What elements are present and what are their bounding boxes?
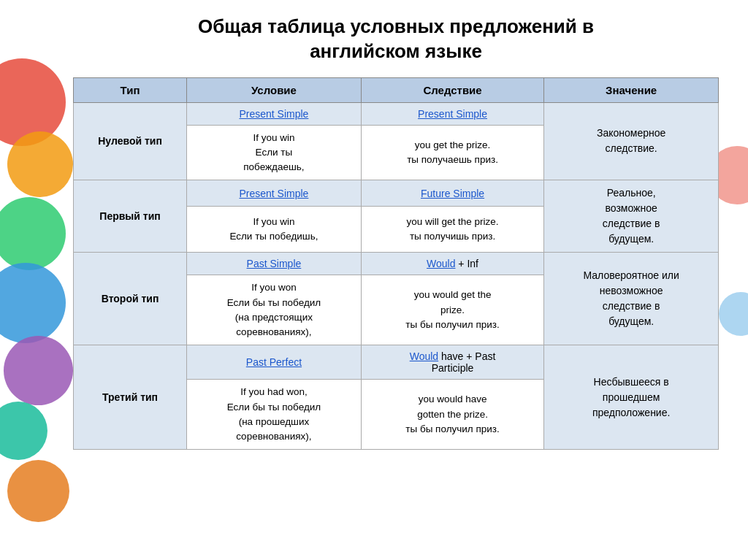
consequence-header-third: Would have + PastParticiple (361, 345, 544, 380)
condition-header-first: Present Simple (187, 180, 362, 206)
consequence-example-third: you would havegotten the prize.ты бы пол… (361, 380, 544, 450)
header-condition: Условие (187, 77, 362, 102)
table-row: Первый тип Present Simple Future Simple … (74, 180, 719, 206)
header-type: Тип (74, 77, 187, 102)
consequence-header-zero: Present Simple (361, 102, 544, 125)
consequence-example-first: you will get the prize.ты получишь приз. (361, 206, 544, 253)
meaning-third: Несбывшееся впрошедшемпредположение. (544, 345, 719, 450)
consequence-header-second: Would + Inf (361, 253, 544, 275)
consequence-example-zero: you get the prize.ты получаешь приз. (361, 125, 544, 180)
header-consequence: Следствие (361, 77, 544, 102)
condition-header-second: Past Simple (187, 253, 362, 275)
condition-header-third: Past Perfect (187, 345, 362, 380)
meaning-zero: Закономерноеследствие. (544, 102, 719, 180)
condition-header-zero: Present Simple (187, 102, 362, 125)
type-third: Третий тип (74, 345, 187, 450)
consequence-example-second: you would get theprize.ты бы получил при… (361, 275, 544, 345)
type-first: Первый тип (74, 180, 187, 253)
meaning-second: Маловероятное илиневозможноеследствие вб… (544, 253, 719, 345)
condition-example-first: If you winЕсли ты победишь, (187, 206, 362, 253)
table-row: Нулевой тип Present Simple Present Simpl… (74, 102, 719, 125)
type-second: Второй тип (74, 253, 187, 345)
meaning-first: Реальное,возможноеследствие вбудущем. (544, 180, 719, 253)
condition-example-third: If you had won,Если бы ты победил(на про… (187, 380, 362, 450)
page-title: Общая таблица условных предложений в анг… (73, 15, 719, 64)
condition-example-second: If you wonЕсли бы ты победил(на предстоя… (187, 275, 362, 345)
header-meaning: Значение (544, 77, 719, 102)
table-row: Второй тип Past Simple Would + Inf Малов… (74, 253, 719, 275)
table-row: Третий тип Past Perfect Would have + Pas… (74, 345, 719, 380)
consequence-header-first: Future Simple (361, 180, 544, 206)
main-table: Тип Условие Следствие Значение Нулевой т… (73, 77, 719, 450)
condition-example-zero: If you winЕсли тыпобеждаешь, (187, 125, 362, 180)
type-zero: Нулевой тип (74, 102, 187, 180)
